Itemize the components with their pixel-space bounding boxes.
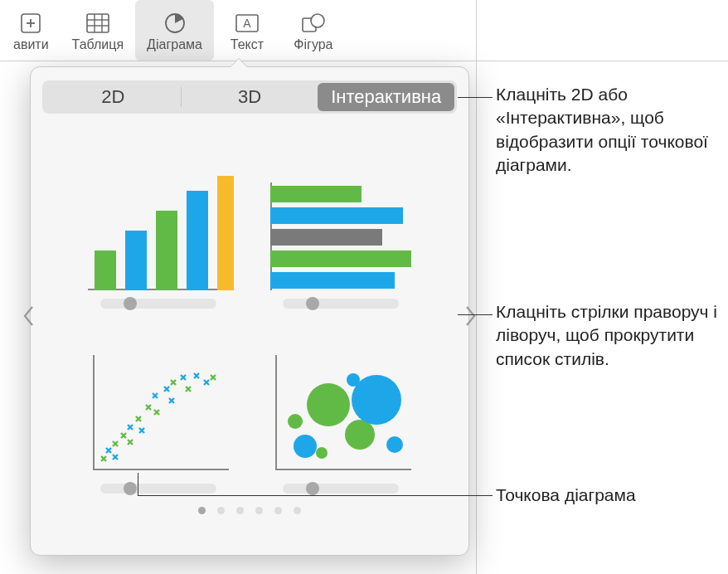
callout-arrows: Клацніть стрілки праворуч і ліворуч, щоб… bbox=[496, 300, 721, 371]
table-icon bbox=[85, 11, 110, 36]
toolbar-table-label: Таблиця bbox=[72, 37, 124, 52]
chart-type-popover: 2D 3D Інтерактивна bbox=[30, 66, 469, 556]
svg-rect-3 bbox=[87, 14, 109, 32]
page-dot[interactable] bbox=[198, 507, 206, 514]
svg-point-12 bbox=[311, 14, 324, 27]
page-indicator[interactable] bbox=[42, 507, 457, 514]
tab-2d[interactable]: 2D bbox=[45, 83, 182, 111]
toolbar-text[interactable]: A Текст bbox=[214, 0, 280, 61]
style-slider[interactable] bbox=[100, 299, 216, 309]
tab-3d[interactable]: 3D bbox=[182, 83, 318, 111]
textbox-icon: A bbox=[235, 11, 260, 36]
svg-point-13 bbox=[294, 435, 317, 458]
toolbar-text-label: Текст bbox=[231, 37, 264, 52]
page-dot[interactable] bbox=[294, 507, 301, 514]
svg-point-17 bbox=[345, 420, 375, 450]
bar-chart-icon bbox=[270, 182, 411, 290]
prev-arrow[interactable] bbox=[17, 299, 39, 333]
toolbar-chart[interactable]: Діаграма bbox=[135, 0, 214, 61]
toolbar-shape[interactable]: Фігура bbox=[280, 0, 347, 61]
style-slider[interactable] bbox=[283, 299, 399, 309]
tab-interactive[interactable]: Інтерактивна bbox=[318, 83, 454, 111]
toolbar-shape-label: Фігура bbox=[294, 37, 332, 52]
chart-style-grid bbox=[42, 134, 457, 499]
chart-option-bar[interactable] bbox=[258, 140, 424, 314]
svg-point-15 bbox=[307, 383, 350, 426]
column-chart-icon bbox=[88, 170, 229, 290]
style-slider[interactable] bbox=[283, 484, 399, 494]
svg-text:A: A bbox=[243, 17, 251, 30]
svg-point-16 bbox=[316, 447, 328, 459]
callout-tabs: Клацніть 2D або «Інтерактивна», щоб відо… bbox=[496, 83, 721, 177]
chart-option-scatter[interactable] bbox=[75, 325, 241, 499]
chart-option-column[interactable] bbox=[75, 140, 241, 314]
page-dot[interactable] bbox=[217, 507, 225, 514]
page-dot[interactable] bbox=[255, 507, 263, 514]
page-dot[interactable] bbox=[236, 507, 244, 514]
callout-scatter: Точкова діаграма bbox=[496, 484, 636, 507]
plus-square-icon bbox=[18, 11, 43, 36]
chart-option-bubble[interactable] bbox=[258, 325, 424, 499]
chart-mode-tabs: 2D 3D Інтерактивна bbox=[42, 80, 457, 114]
toolbar-table[interactable]: Таблиця bbox=[61, 0, 136, 61]
svg-point-14 bbox=[288, 414, 303, 429]
svg-point-20 bbox=[386, 436, 403, 453]
style-slider[interactable] bbox=[100, 484, 216, 494]
scatter-chart-icon bbox=[88, 355, 229, 475]
toolbar-insert-label: авити bbox=[13, 37, 49, 52]
annotation-layer: Клацніть 2D або «Інтерактивна», щоб відо… bbox=[473, 0, 721, 574]
page-dot[interactable] bbox=[274, 507, 282, 514]
bubble-chart-icon bbox=[270, 355, 411, 475]
toolbar-insert[interactable]: авити bbox=[2, 0, 61, 61]
pie-icon bbox=[163, 11, 187, 36]
toolbar-chart-label: Діаграма bbox=[147, 37, 202, 52]
shapes-icon bbox=[301, 11, 326, 36]
svg-point-19 bbox=[347, 373, 360, 387]
